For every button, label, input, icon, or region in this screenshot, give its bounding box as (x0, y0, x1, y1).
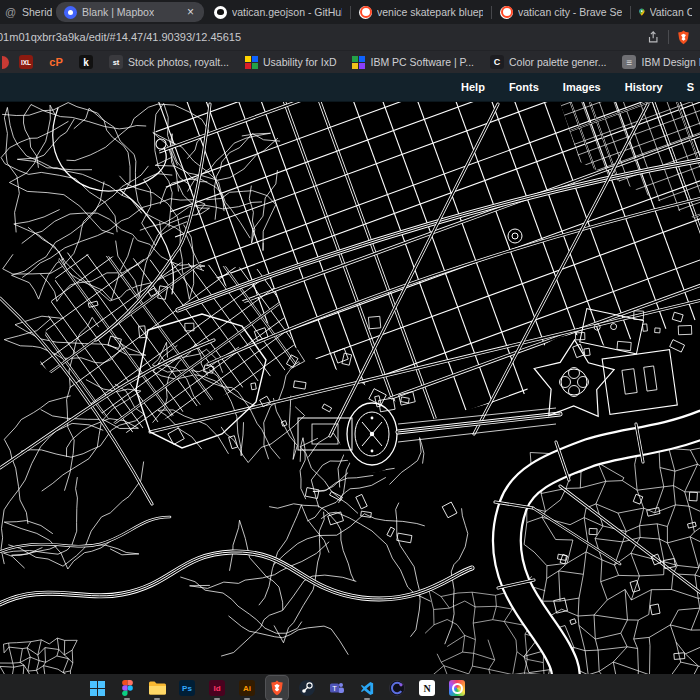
cinema4d-icon (389, 680, 405, 696)
tab-github[interactable]: vatican.geojson - GitHub (206, 0, 350, 24)
folder-icon (149, 681, 166, 695)
bookmark-ixl[interactable]: IXL (11, 55, 41, 69)
google-maps-pin-icon (639, 5, 645, 19)
mapbox-favicon-icon (64, 6, 77, 19)
photos-app-icon (449, 680, 465, 696)
kickstarter-icon: k (79, 55, 93, 69)
divider (668, 30, 669, 44)
coolors-icon: C (490, 55, 504, 69)
start-button[interactable] (86, 676, 108, 700)
taskbar-cinema4d[interactable] (386, 676, 408, 700)
tab-google-maps[interactable]: Vatican City - Goo (631, 0, 700, 24)
tab-title: Vatican City - Goo (650, 6, 692, 18)
stock-icon: st (109, 55, 123, 69)
tab-title: vatican city - Brave Search (518, 6, 622, 18)
bookmark-usability-ixd[interactable]: Usability for IxD (237, 56, 345, 69)
vscode-icon (360, 681, 375, 696)
brave-search-icon (359, 6, 372, 19)
bookmark-label: Stock photos, royalt... (128, 56, 229, 68)
tab-title: Blank | Mapbox (82, 6, 154, 18)
url-text[interactable]: 01m01qxbrr3a9ka/edit/#14.47/41.90393/12.… (0, 31, 646, 43)
map-canvas[interactable] (0, 102, 700, 674)
ibm-pc-icon (352, 56, 365, 69)
cpanel-icon: cP (49, 55, 63, 69)
taskbar-teams[interactable]: T (326, 676, 348, 700)
bookmarks-bar: IXL cP k st Stock photos, royalt... Usab… (0, 50, 700, 73)
brave-shield-icon[interactable] (677, 30, 690, 45)
at-icon: @ (4, 6, 17, 19)
menu-history[interactable]: History (625, 81, 663, 93)
taskbar-file-explorer[interactable] (146, 676, 168, 700)
address-bar[interactable]: 01m01qxbrr3a9ka/edit/#14.47/41.90393/12.… (0, 24, 700, 50)
close-tab-icon[interactable]: × (185, 5, 196, 19)
tab-title: venice skatepark blueprints - B (377, 6, 483, 18)
photoshop-icon: Ps (179, 680, 195, 696)
windows-taskbar: Ps Id Ai T (0, 674, 700, 700)
ibm-design-icon: ≡ (622, 55, 636, 69)
bookmark-ibm-design[interactable]: ≡ IBM Design Langua... (614, 55, 700, 69)
mapbox-studio-header: Help Fonts Images History S (0, 73, 700, 102)
taskbar-photos[interactable] (446, 676, 468, 700)
partial-bookmark-icon[interactable] (2, 56, 9, 69)
notion-icon: N (419, 680, 435, 696)
brave-search-icon (500, 6, 513, 19)
bookmark-stock-photos[interactable]: st Stock photos, royalt... (101, 55, 237, 69)
bookmark-color-palette[interactable]: C Color palette gener... (482, 55, 614, 69)
indesign-icon: Id (209, 680, 225, 696)
menu-images[interactable]: Images (563, 81, 601, 93)
browser-tab-strip: @ Sheridan :: La Blank | Mapbox × vatica… (0, 0, 700, 24)
github-icon (214, 6, 227, 19)
taskbar-illustrator[interactable]: Ai (236, 676, 258, 700)
tab-vatican-search[interactable]: vatican city - Brave Search (492, 0, 630, 24)
illustrator-icon: Ai (239, 680, 255, 696)
bookmark-label: Usability for IxD (263, 56, 337, 68)
taskbar-indesign[interactable]: Id (206, 676, 228, 700)
bookmark-label: Color palette gener... (509, 56, 606, 68)
bookmark-label: IBM Design Langua... (641, 56, 700, 68)
windows-logo-icon (90, 681, 105, 696)
tab-venice-search[interactable]: venice skatepark blueprints - B (351, 0, 491, 24)
steam-icon (299, 680, 315, 696)
bookmark-label: IBM PC Software | P... (370, 56, 474, 68)
tab-mapbox[interactable]: Blank | Mapbox × (56, 2, 204, 22)
taskbar-steam[interactable] (296, 676, 318, 700)
menu-help[interactable]: Help (461, 81, 485, 93)
bookmark-kickstarter[interactable]: k (71, 55, 101, 69)
menu-fonts[interactable]: Fonts (509, 81, 539, 93)
tab-sheridan[interactable]: @ Sheridan :: La (0, 0, 54, 24)
brave-icon (270, 680, 284, 696)
taskbar-figma[interactable] (116, 676, 138, 700)
svg-text:T: T (332, 684, 337, 693)
teams-icon: T (329, 680, 345, 696)
ixl-icon: IXL (19, 55, 33, 69)
tab-title: vatican.geojson - GitHub (232, 6, 342, 18)
bookmark-ibm-pc[interactable]: IBM PC Software | P... (344, 56, 482, 69)
taskbar-vscode[interactable] (356, 676, 378, 700)
taskbar-photoshop[interactable]: Ps (176, 676, 198, 700)
tab-title: Sheridan :: La (22, 6, 52, 18)
figma-icon (122, 680, 133, 696)
map-viewport[interactable] (0, 102, 700, 674)
bookmark-cpanel[interactable]: cP (41, 55, 71, 69)
share-icon[interactable] (646, 30, 660, 44)
taskbar-notion[interactable]: N (416, 676, 438, 700)
ixd-icon (245, 56, 258, 69)
taskbar-brave[interactable] (266, 676, 288, 700)
menu-cut-off[interactable]: S (687, 81, 694, 93)
